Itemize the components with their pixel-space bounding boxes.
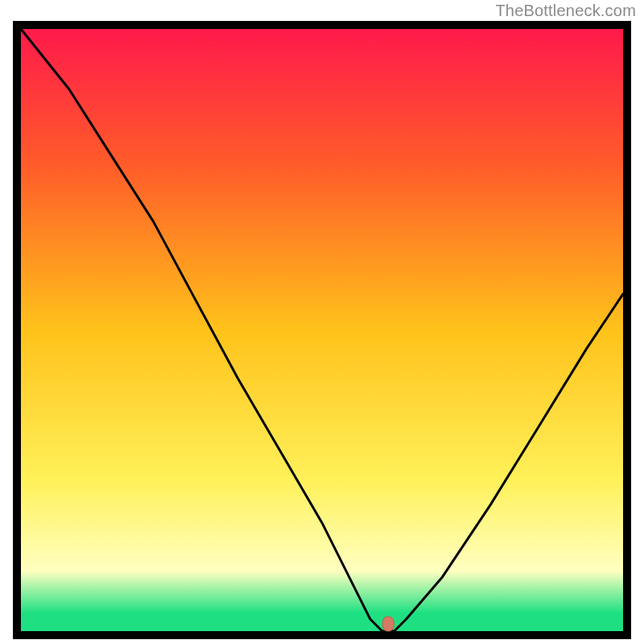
bottleneck-chart: [13, 21, 631, 639]
chart-background-gradient: [21, 29, 623, 631]
attribution-text: TheBottleneck.com: [495, 2, 636, 20]
chart-frame: [13, 21, 631, 639]
optimal-point-marker: [382, 617, 394, 631]
